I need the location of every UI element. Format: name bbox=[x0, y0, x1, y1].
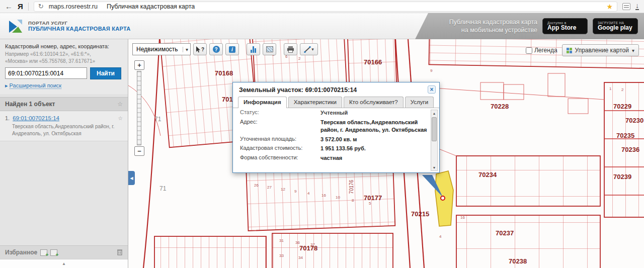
logo-text: ПОРТАЛ УСЛУГ ПУБЛИЧНАЯ КАДАСТРОВАЯ КАРТА bbox=[28, 20, 131, 32]
logo-line1: ПОРТАЛ УСЛУГ bbox=[28, 20, 131, 26]
logo-line2: ПУБЛИЧНАЯ КАДАСТРОВАЯ КАРТА bbox=[28, 26, 131, 32]
zoom-slider[interactable] bbox=[137, 71, 141, 145]
page-title: Публичная кадастровая карта bbox=[107, 3, 195, 10]
close-icon[interactable]: × bbox=[428, 85, 436, 94]
sidebar: Кадастровый номер, адрес, координата: На… bbox=[0, 39, 128, 268]
result-index: 1. bbox=[5, 115, 10, 122]
print-button[interactable] bbox=[284, 43, 297, 55]
map-toolbar: Недвижимость ▾ ? ? i bbox=[132, 43, 318, 55]
zoom-control: + − bbox=[134, 60, 145, 156]
tab-information[interactable]: Информация bbox=[238, 97, 287, 108]
measure-icon bbox=[304, 46, 311, 53]
googleplay-name: Google play bbox=[598, 25, 633, 31]
appstore-badge[interactable]: Доступно в App Store bbox=[542, 18, 588, 34]
tab-who-services[interactable]: Кто обслуживает? bbox=[344, 97, 404, 108]
favorite-all-star-icon[interactable]: ☆ bbox=[117, 101, 123, 108]
site-header: ПОРТАЛ УСЛУГ ПУБЛИЧНАЯ КАДАСТРОВАЯ КАРТА… bbox=[0, 13, 644, 39]
parcel-info-button[interactable]: ? bbox=[209, 43, 223, 55]
favorite-star-icon[interactable]: ☆ bbox=[118, 115, 123, 122]
url-text[interactable]: maps.rosreestr.ru bbox=[49, 3, 98, 10]
info-row-ownership: Форма собственности: частная bbox=[240, 154, 427, 162]
printer-icon bbox=[287, 46, 294, 53]
info-row-status: Статус: Учтенный bbox=[240, 109, 427, 117]
back-icon[interactable]: ← bbox=[5, 2, 13, 11]
search-hint: Например «61:6:10104:12», «61:6:*», «Мос… bbox=[5, 51, 123, 64]
chart-tool-button[interactable] bbox=[247, 43, 260, 55]
yandex-logo[interactable]: Я bbox=[18, 2, 23, 11]
pointer-icon bbox=[196, 46, 201, 53]
chevron-down-icon: ▾ bbox=[183, 47, 188, 52]
scroll-thumb[interactable] bbox=[432, 117, 437, 141]
extensions-panel-icon[interactable] bbox=[622, 3, 630, 10]
sidebar-collapse-bottom[interactable]: ▲ bbox=[0, 259, 128, 268]
legend-toggle[interactable]: Легенда bbox=[526, 47, 557, 54]
zoom-in-button[interactable]: + bbox=[134, 60, 144, 70]
search-panel: Кадастровый номер, адрес, координата: На… bbox=[0, 39, 128, 94]
map-manage-label: Управление картой bbox=[575, 47, 629, 54]
sidebar-spacer bbox=[0, 141, 128, 245]
popup-tabs: Информация Характеристики Кто обслуживае… bbox=[233, 97, 439, 108]
mobile-promo-text: Публичная кадастровая карта на мобильном… bbox=[449, 18, 537, 35]
info-row-address: Адрес: Тверская область,Андреапольский р… bbox=[240, 119, 427, 134]
sidebar-collapse-button[interactable]: ◀ bbox=[128, 171, 135, 185]
zoom-out-button[interactable]: − bbox=[134, 146, 144, 156]
download-icon[interactable]: ↓ bbox=[635, 3, 639, 10]
scroll-down-icon[interactable]: ▼ bbox=[431, 164, 437, 170]
tab-services[interactable]: Услуги bbox=[405, 97, 434, 108]
question-circle-icon: ? bbox=[213, 46, 220, 53]
mobile-promo: Публичная кадастровая карта на мобильном… bbox=[415, 13, 644, 39]
identify-tool-button[interactable]: ? bbox=[193, 43, 207, 55]
bookmark-star-icon[interactable]: ★ bbox=[606, 3, 613, 11]
pkk-logo-icon bbox=[7, 18, 24, 35]
favorites-row: Избранное + + bbox=[0, 245, 128, 259]
layer-select[interactable]: Недвижимость ▾ bbox=[132, 43, 191, 55]
results-header: Найден 1 объект ☆ bbox=[0, 97, 128, 111]
find-button[interactable]: Найти bbox=[90, 67, 121, 79]
legend-label: Легенда bbox=[534, 47, 557, 54]
refresh-icon[interactable]: ↻ bbox=[38, 3, 44, 10]
search-label: Кадастровый номер, адрес, координата: bbox=[5, 43, 123, 49]
layers-grid-icon bbox=[567, 48, 572, 53]
question-mark-icon: ? bbox=[201, 47, 204, 52]
pkk-logo[interactable]: ПОРТАЛ УСЛУГ ПУБЛИЧНАЯ КАДАСТРОВАЯ КАРТА bbox=[7, 18, 131, 35]
advanced-search-link[interactable]: ▸ Расширенный поиск bbox=[5, 82, 123, 89]
up-arrow-icon: ▲ bbox=[62, 261, 66, 266]
info-row-area: Уточненная площадь: 3 572.00 кв. м bbox=[240, 136, 427, 143]
bar-chart-icon bbox=[251, 46, 256, 53]
map-manage-button[interactable]: Управление картой ▾ bbox=[562, 44, 639, 56]
favorites-export-icon[interactable]: + bbox=[40, 249, 47, 256]
map-area[interactable]: 7016670168701697022870229702307023570236… bbox=[128, 39, 644, 268]
results-count-label: Найден 1 объект bbox=[5, 101, 55, 108]
chevron-down-icon: ▾ bbox=[632, 48, 634, 53]
layer-select-value: Недвижимость bbox=[136, 46, 178, 53]
search-input[interactable] bbox=[5, 67, 87, 79]
trash-icon[interactable] bbox=[117, 248, 123, 256]
divider bbox=[28, 3, 29, 11]
favorites-import-icon[interactable]: + bbox=[50, 249, 57, 256]
area-tool-button[interactable] bbox=[263, 43, 276, 55]
result-item[interactable]: 1. 69:01:0070215:14 ☆ Тверская область,А… bbox=[0, 111, 128, 141]
popup-scrollbar[interactable]: ▲ ▼ bbox=[431, 110, 438, 171]
area-layer-icon bbox=[266, 46, 273, 52]
browser-bar: ← Я ↻ maps.rosreestr.ru Публичная кадаст… bbox=[0, 0, 644, 13]
quarter-info-button[interactable]: i bbox=[225, 43, 239, 55]
info-icon: i bbox=[229, 46, 235, 53]
map-toolbar-right: Легенда Управление картой ▾ bbox=[526, 44, 639, 56]
tab-characteristics[interactable]: Характеристики bbox=[288, 97, 342, 108]
popup-title: Земельный участок: 69:01:0070215:14 bbox=[233, 82, 439, 97]
appstore-name: App Store bbox=[547, 25, 583, 31]
result-link[interactable]: 69:01:0070215:14 bbox=[13, 115, 59, 122]
googleplay-badge[interactable]: ЗАГРУЗИТЕ НА Google play bbox=[593, 18, 638, 34]
parcel-marker bbox=[441, 196, 445, 200]
chevron-down-icon: ▾ bbox=[311, 47, 314, 52]
screen: ← Я ↻ maps.rosreestr.ru Публичная кадаст… bbox=[0, 0, 644, 268]
measure-tool-button[interactable]: ▾ bbox=[300, 43, 318, 55]
collapse-left-icon: ◀ bbox=[130, 176, 133, 181]
parcel-popup: Земельный участок: 69:01:0070215:14 × Ин… bbox=[232, 82, 440, 173]
info-row-cost: Кадастровая стоимость: 1 951 133.56 руб. bbox=[240, 145, 427, 152]
legend-checkbox[interactable] bbox=[526, 47, 532, 54]
advanced-search-label: Расширенный поиск bbox=[10, 82, 62, 89]
address-bar[interactable]: ↻ maps.rosreestr.ru Публичная кадастрова… bbox=[34, 2, 617, 12]
scroll-up-icon[interactable]: ▲ bbox=[431, 110, 437, 116]
arrow-right-icon: ▸ bbox=[5, 82, 8, 88]
